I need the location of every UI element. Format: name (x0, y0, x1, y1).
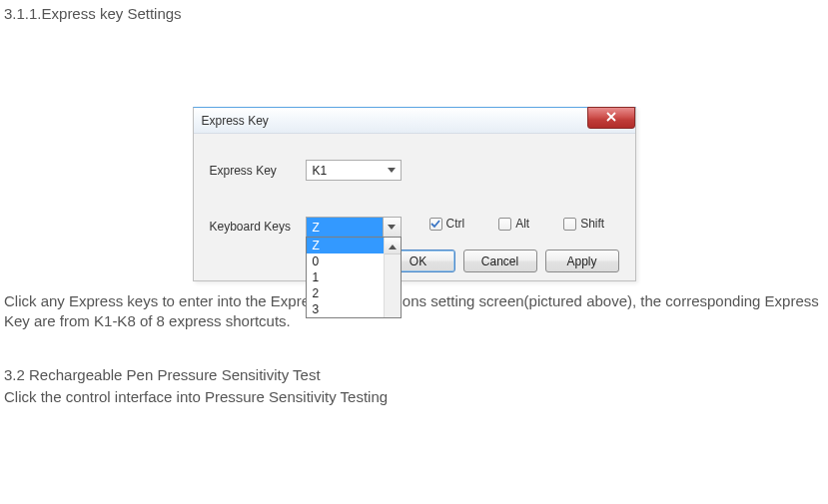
chevron-down-icon (383, 218, 401, 237)
keyboard-keys-combobox[interactable]: Z (306, 217, 402, 238)
cancel-button[interactable]: Cancel (463, 250, 537, 272)
express-key-combobox[interactable]: K1 (306, 160, 402, 181)
section-heading-311: 3.1.1.Express key Settings (4, 5, 828, 22)
doc-paragraph-1: Click any Express keys to enter into the… (4, 291, 824, 332)
dropdown-scrollbar[interactable] (384, 238, 401, 317)
express-key-row: Express Key K1 (210, 160, 619, 181)
doc-paragraph-2: Click the control interface into Pressur… (4, 387, 824, 407)
dialog-title: Express Key (202, 114, 269, 128)
alt-label: Alt (515, 217, 529, 231)
dialog-titlebar: Express Key (194, 108, 635, 134)
keyboard-keys-row: Keyboard Keys Z Z 0 1 2 3 (210, 217, 619, 238)
keyboard-keys-dropdown: Z 0 1 2 3 (306, 237, 402, 318)
close-icon (605, 111, 617, 126)
modifier-checkboxes: Ctrl Alt Shift (429, 217, 605, 231)
shift-label: Shift (580, 217, 604, 231)
express-key-value: K1 (307, 164, 383, 178)
keyboard-keys-value: Z (307, 218, 383, 237)
scroll-up-button[interactable] (385, 238, 401, 254)
section-heading-32: 3.2 Rechargeable Pen Pressure Sensitivit… (4, 366, 828, 383)
chevron-down-icon (383, 161, 401, 180)
apply-button[interactable]: Apply (545, 250, 619, 272)
dialog-button-row: OK Cancel Apply (210, 250, 619, 272)
close-button[interactable] (587, 107, 635, 129)
chevron-up-icon (389, 239, 397, 252)
ctrl-label: Ctrl (446, 217, 465, 231)
checkbox-icon (498, 218, 511, 231)
express-key-label: Express Key (210, 164, 306, 178)
express-key-dialog: Express Key Express Key K1 Keyboard Keys… (193, 107, 636, 281)
ctrl-checkbox[interactable]: Ctrl (429, 217, 465, 231)
checkbox-icon (429, 218, 442, 231)
keyboard-keys-label: Keyboard Keys (210, 217, 306, 234)
alt-checkbox[interactable]: Alt (498, 217, 529, 231)
shift-checkbox[interactable]: Shift (563, 217, 604, 231)
checkbox-icon (563, 218, 576, 231)
dialog-body: Express Key K1 Keyboard Keys Z (194, 134, 635, 280)
